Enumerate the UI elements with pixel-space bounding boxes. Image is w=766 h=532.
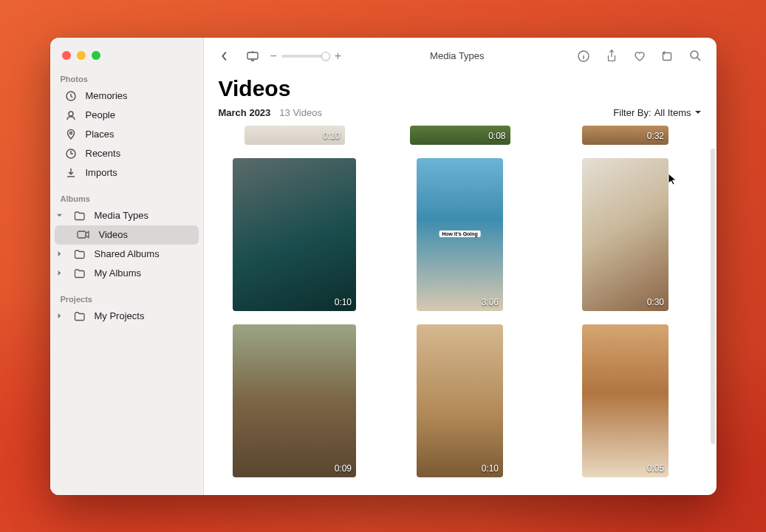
svg-point-8 [691, 51, 698, 58]
sidebar-section-photos: Photos [50, 70, 203, 86]
sidebar-item-shared-albums[interactable]: Shared Albums [64, 245, 199, 264]
svg-rect-4 [78, 231, 86, 238]
video-thumbnail[interactable]: 0:09 [233, 324, 356, 477]
folder-icon [74, 267, 86, 279]
favorite-button[interactable] [629, 47, 650, 66]
folder-icon [74, 248, 86, 260]
svg-point-2 [69, 132, 72, 134]
minimize-button[interactable] [77, 51, 86, 60]
sidebar-item-label: Imports [86, 167, 117, 178]
sidebar-item-label: Media Types [95, 210, 148, 221]
window-controls [50, 47, 203, 70]
display-mode-button[interactable] [242, 47, 263, 66]
video-duration: 0:08 [488, 131, 505, 141]
chevron-down-icon[interactable] [56, 212, 64, 219]
svg-point-1 [69, 112, 73, 116]
video-duration: 0:10 [335, 297, 352, 307]
sidebar-section-albums: Albums [50, 190, 203, 206]
video-duration: 0:10 [323, 131, 340, 141]
video-thumbnail[interactable]: 0:10 [244, 126, 345, 145]
sidebar-item-imports[interactable]: Imports [55, 163, 199, 183]
chevron-right-icon[interactable] [56, 250, 64, 257]
sidebar-item-label: Recents [86, 148, 121, 159]
scrollbar[interactable] [711, 149, 715, 444]
video-duration: 0:32 [647, 131, 664, 141]
sidebar-item-label: People [86, 109, 115, 120]
zoom-minus-icon: − [270, 50, 277, 63]
chevron-right-icon[interactable] [56, 270, 64, 276]
zoom-slider[interactable]: − + [270, 50, 342, 63]
sidebar-item-label: My Albums [95, 267, 142, 279]
sidebar-item-media-types[interactable]: Media Types [64, 206, 199, 225]
video-thumbnail[interactable]: 0:30 [582, 158, 668, 311]
folder-icon [74, 210, 86, 222]
sidebar-item-label: Memories [86, 90, 128, 101]
window-title: Media Types [349, 50, 565, 61]
recents-icon [65, 148, 77, 160]
close-button[interactable] [62, 51, 71, 60]
sidebar: Photos Memories People Places Recents [50, 38, 204, 495]
info-button[interactable] [573, 47, 594, 66]
svg-rect-5 [247, 52, 258, 59]
video-thumbnail[interactable]: How it's Going3:06 [417, 158, 503, 311]
filter-value: All Items [654, 107, 691, 118]
sidebar-item-label: Videos [99, 229, 129, 240]
back-button[interactable] [214, 47, 235, 66]
chevron-down-icon [694, 109, 702, 115]
video-duration: 0:09 [335, 463, 352, 474]
search-button[interactable] [685, 47, 706, 66]
filter-label: Filter By: [613, 107, 651, 118]
toolbar: − + Media Types [204, 38, 717, 75]
sidebar-item-label: Shared Albums [95, 248, 160, 259]
chevron-right-icon[interactable] [56, 313, 64, 319]
content-area: Videos March 2023 13 Videos Filter By: A… [204, 75, 717, 495]
video-grid: 0:10 0:08 0:32 0:10 How it's Going3:06 0… [219, 126, 702, 485]
photos-window: Photos Memories People Places Recents [50, 38, 717, 495]
rotate-button[interactable] [657, 47, 678, 66]
sidebar-item-people[interactable]: People [55, 106, 199, 125]
places-icon [65, 129, 77, 140]
folder-icon [74, 310, 86, 322]
sidebar-section-projects: Projects [50, 290, 203, 307]
maximize-button[interactable] [92, 51, 100, 60]
video-duration: 3:06 [482, 297, 499, 307]
sidebar-item-my-albums[interactable]: My Albums [64, 264, 199, 283]
sidebar-item-places[interactable]: Places [55, 125, 199, 144]
share-button[interactable] [601, 47, 622, 66]
video-icon [77, 229, 90, 241]
video-duration: 0:10 [482, 463, 499, 474]
video-duration: 0:05 [647, 463, 664, 474]
page-title: Videos [219, 76, 702, 101]
filter-dropdown[interactable]: Filter By: All Items [613, 107, 701, 118]
sidebar-item-my-projects[interactable]: My Projects [64, 307, 199, 326]
video-thumbnail[interactable]: 0:32 [582, 126, 668, 145]
video-caption: How it's Going [439, 231, 481, 237]
sidebar-item-label: Places [86, 129, 114, 140]
video-duration: 0:30 [647, 297, 664, 307]
sidebar-item-memories[interactable]: Memories [55, 86, 199, 106]
people-icon [65, 109, 77, 121]
video-thumbnail[interactable]: 0:10 [417, 324, 503, 477]
sidebar-item-videos[interactable]: Videos [55, 225, 199, 245]
video-thumbnail[interactable]: 0:05 [582, 324, 668, 477]
zoom-plus-icon: + [335, 50, 341, 63]
memories-icon [65, 90, 77, 102]
imports-icon [65, 167, 77, 179]
main-content: − + Media Types Videos [204, 38, 717, 495]
sidebar-item-recents[interactable]: Recents [55, 144, 199, 163]
date-label: March 2023 [219, 107, 271, 118]
video-thumbnail[interactable]: 0:10 [233, 158, 356, 311]
video-thumbnail[interactable]: 0:08 [410, 126, 510, 145]
sidebar-item-label: My Projects [95, 310, 145, 321]
video-count: 13 Videos [279, 107, 322, 118]
